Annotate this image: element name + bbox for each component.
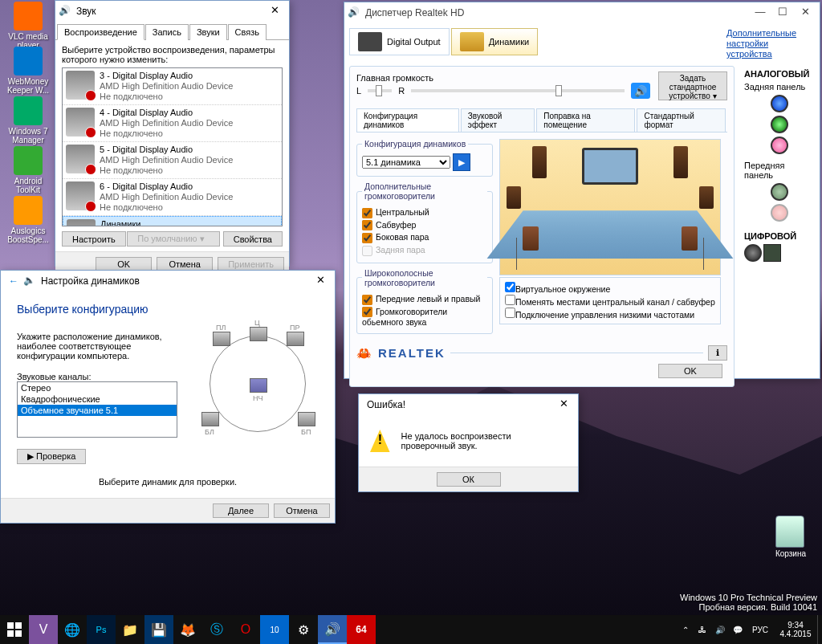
chk-bass[interactable]: Подключение управления низкими частотами	[505, 308, 715, 320]
rt-tab-1[interactable]: Звуковой эффект	[461, 108, 535, 132]
chk-subwoofer[interactable]: Сабвуфер	[362, 220, 487, 231]
tb-app[interactable]: 💾	[144, 615, 173, 644]
taskbar[interactable]: V 🌐 Ps 📁 💾 🦊 Ⓢ O 10 ⚙ 🔊 64 ⌃ 🖧 🔊 💬 РУС 9…	[0, 615, 822, 644]
tb-skype[interactable]: Ⓢ	[202, 615, 231, 644]
tb-viber[interactable]: V	[29, 615, 58, 644]
tb-photoshop[interactable]: Ps	[87, 615, 116, 644]
speaker-c[interactable]	[250, 327, 267, 341]
digital-port-2[interactable]	[763, 244, 781, 262]
close-button[interactable]: ✕	[552, 396, 575, 414]
tray-msg[interactable]: 💬	[729, 615, 747, 644]
tab-2[interactable]: Звуки	[189, 24, 227, 40]
next-button[interactable]: Далее	[213, 503, 269, 518]
rt-ok-button[interactable]: OK	[658, 364, 722, 378]
speaker-config-select[interactable]: 5.1 динамика	[362, 156, 450, 169]
spk-titlebar[interactable]: ← 🔈 Настройка динамиков ✕	[1, 271, 335, 291]
rt-titlebar[interactable]: 🔊 Диспетчер Realtek HD — ☐ ✕	[344, 2, 820, 23]
configure-button[interactable]: Настроить	[62, 231, 126, 247]
back-icon[interactable]: ←	[9, 275, 18, 287]
chk-side[interactable]: Боковая пара	[362, 232, 487, 243]
desktop-icon[interactable]: Auslogics BoostSpe...	[5, 196, 51, 244]
close-button[interactable]: ✕	[794, 4, 816, 22]
tb-explorer[interactable]: 📁	[116, 615, 144, 644]
volume-slider[interactable]	[411, 89, 625, 92]
speaker-fr[interactable]	[287, 332, 304, 346]
tb-64[interactable]: 64	[347, 615, 376, 644]
set-default-device[interactable]: Задать стандартное устройство ▾	[658, 71, 727, 100]
tab-0[interactable]: Воспроизведение	[57, 24, 144, 40]
default-button[interactable]: По умолчанию ▾	[127, 231, 219, 247]
err-titlebar[interactable]: Ошибка! ✕	[359, 394, 578, 415]
tb-settings[interactable]: ⚙	[289, 615, 318, 644]
start-button[interactable]	[0, 615, 29, 644]
port-blue[interactable]	[771, 95, 788, 112]
show-desktop[interactable]	[817, 615, 822, 644]
recycle-bin[interactable]: Корзина	[775, 516, 806, 558]
info-button[interactable]: ℹ	[708, 345, 727, 361]
speaker-sw[interactable]	[250, 378, 267, 393]
port-pink[interactable]	[771, 137, 788, 154]
tray-up[interactable]: ⌃	[678, 615, 694, 644]
tb-firefox[interactable]: 🦊	[173, 615, 202, 644]
chk-surround[interactable]: Громкоговорители обьемного звука	[362, 307, 487, 328]
speaker-sr[interactable]	[298, 412, 315, 426]
device-row[interactable]: 6 - Digital Display AudioAMD High Defini…	[63, 179, 282, 216]
device-row[interactable]: 3 - Digital Display AudioAMD High Defini…	[63, 68, 282, 105]
tray-clock[interactable]: 9:344.4.2015	[774, 615, 817, 644]
channel-option[interactable]: Стерео	[18, 382, 177, 393]
tb-chrome[interactable]: 🌐	[58, 615, 87, 644]
test-button[interactable]: ▶ Проверка	[17, 449, 86, 464]
channel-option[interactable]: Объемное звучание 5.1	[18, 405, 177, 416]
chk-front-lr[interactable]: Передние левый и правый	[362, 294, 487, 305]
speaker-fl[interactable]	[213, 332, 230, 346]
tab-3[interactable]: Связь	[228, 24, 267, 40]
speaker-sl[interactable]	[201, 412, 219, 426]
rt-tab-0[interactable]: Конфигурация динамиков	[356, 108, 459, 132]
maximize-button[interactable]: ☐	[771, 4, 794, 22]
channel-option[interactable]: Квадрофонические	[18, 393, 177, 405]
tray-lang[interactable]: РУС	[747, 615, 774, 644]
device-row[interactable]: 4 - Digital Display AudioAMD High Defini…	[63, 105, 282, 142]
cancel-button[interactable]: Отмена	[274, 503, 330, 518]
desktop-icon[interactable]: WebMoney Keeper W...	[5, 47, 51, 95]
speaker-diagram[interactable]: ПЛ Ц ПР БЛ НЧ БП	[193, 332, 319, 436]
tray-volume[interactable]: 🔊	[711, 615, 729, 644]
chk-swap[interactable]: Поменять местами центральный канал / саб…	[505, 295, 715, 307]
tb-opera[interactable]: O	[231, 615, 260, 644]
port-front-2[interactable]	[771, 204, 788, 222]
balance-slider[interactable]	[368, 89, 392, 92]
chk-virtual[interactable]: Виртуальное окружение	[505, 282, 715, 294]
port-front-1[interactable]	[771, 183, 788, 201]
speakers-tab[interactable]: Динамики	[451, 28, 538, 55]
sound-titlebar[interactable]: 🔊 Звук ✕	[55, 1, 289, 22]
tb-app2[interactable]: 10	[260, 615, 289, 644]
err-ok-button[interactable]: ОК	[437, 472, 501, 487]
digital-port-1[interactable]	[744, 244, 762, 262]
minimize-button[interactable]: —	[749, 4, 771, 22]
port-green[interactable]	[771, 116, 788, 133]
room-visualization[interactable]	[499, 139, 721, 275]
properties-button[interactable]: Свойства	[223, 231, 283, 247]
balance-r: R	[398, 86, 405, 96]
chk-rear[interactable]: Задняя пара	[362, 245, 487, 256]
close-button[interactable]: ✕	[263, 2, 286, 20]
balance-l: L	[356, 86, 361, 96]
device-row[interactable]: ДинамикиRealtek High Definition AudioУст…	[63, 216, 282, 226]
advanced-settings-link[interactable]: Дополнительные настройки устройства	[726, 28, 815, 59]
tb-sound[interactable]: 🔊	[318, 615, 347, 644]
desktop-icon[interactable]: Android ToolKit	[5, 146, 51, 194]
tab-1[interactable]: Запись	[145, 24, 189, 40]
tray-network[interactable]: 🖧	[694, 615, 711, 644]
rt-tab-2[interactable]: Поправка на помещение	[536, 108, 635, 132]
close-button[interactable]: ✕	[309, 272, 332, 290]
device-list[interactable]: 3 - Digital Display AudioAMD High Defini…	[62, 67, 283, 226]
desktop-icon[interactable]: Windows 7 Manager	[5, 96, 51, 145]
chk-center[interactable]: Центральный	[362, 207, 487, 218]
desktop-icon[interactable]: VLC media player	[5, 2, 51, 50]
rt-tab-3[interactable]: Стандартный формат	[637, 108, 726, 132]
device-row[interactable]: 5 - Digital Display AudioAMD High Defini…	[63, 142, 282, 179]
play-button[interactable]: ▶	[453, 153, 470, 171]
mute-button[interactable]: 🔊	[631, 83, 650, 99]
channels-list[interactable]: СтереоКвадрофоническиеОбъемное звучание …	[17, 381, 177, 438]
digital-output-tab[interactable]: Digital Output	[349, 28, 450, 55]
